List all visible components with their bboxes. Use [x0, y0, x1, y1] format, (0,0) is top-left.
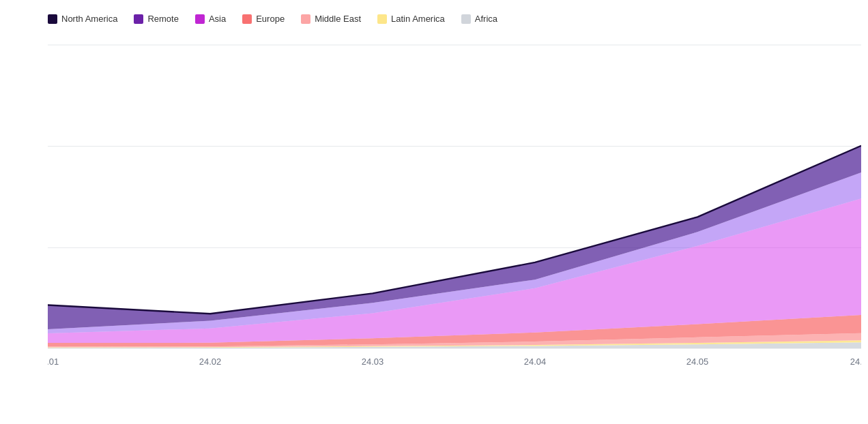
latin-america-swatch [377, 14, 387, 24]
asia-swatch [195, 14, 205, 24]
x-label-24-03: 24.03 [362, 357, 384, 367]
chart-container: North America Remote Asia Europe Middle … [0, 0, 868, 424]
legend-item-middle-east: Middle East [301, 14, 361, 24]
remote-label: Remote [147, 14, 179, 24]
legend-item-europe: Europe [242, 14, 285, 24]
north-america-label: North America [61, 14, 117, 24]
middle-east-swatch [301, 14, 310, 24]
main-chart-svg: 3,000 2,000 1,000 0 24.01 [48, 32, 861, 374]
africa-label: Africa [475, 14, 497, 24]
x-label-24-01: 24.01 [48, 357, 59, 367]
latin-america-label: Latin America [391, 14, 445, 24]
asia-label: Asia [209, 14, 226, 24]
legend-item-africa: Africa [461, 14, 497, 24]
x-label-24-04: 24.04 [524, 357, 547, 367]
legend-item-remote: Remote [134, 14, 179, 24]
x-label-24-05: 24.05 [686, 357, 709, 367]
chart-legend: North America Remote Asia Europe Middle … [48, 7, 861, 32]
x-label-24-02: 24.02 [199, 357, 222, 367]
europe-label: Europe [256, 14, 285, 24]
africa-swatch [461, 14, 471, 24]
middle-east-label: Middle East [315, 14, 361, 24]
x-label-24-06: 24.06 [850, 357, 861, 367]
legend-item-latin-america: Latin America [377, 14, 445, 24]
legend-item-north-america: North America [48, 14, 117, 24]
north-america-swatch [48, 14, 57, 24]
chart-area: 3,000 2,000 1,000 0 24.01 [48, 32, 861, 374]
europe-swatch [242, 14, 252, 24]
remote-swatch [134, 14, 143, 24]
legend-item-asia: Asia [195, 14, 226, 24]
